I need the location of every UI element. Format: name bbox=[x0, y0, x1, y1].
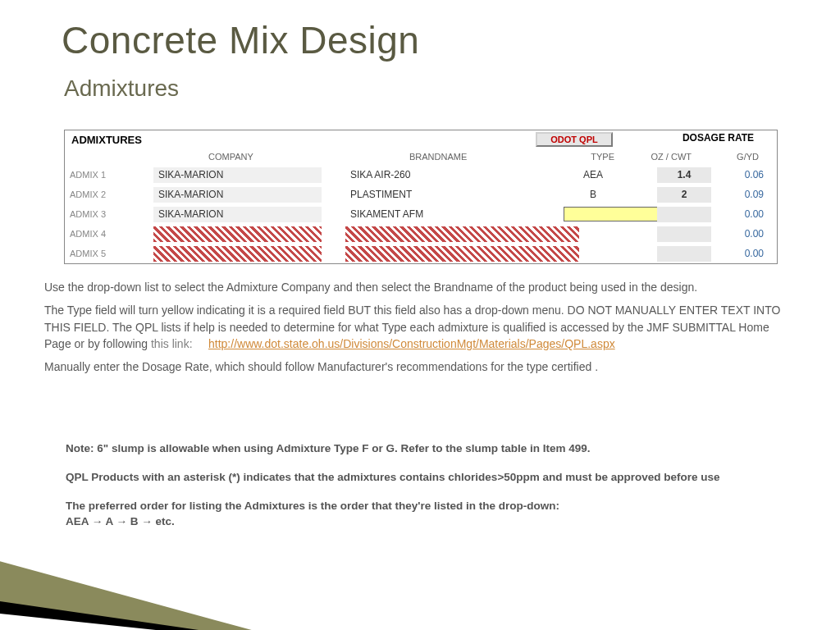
brand-cell[interactable] bbox=[345, 246, 579, 262]
paragraph: Use the drop-down list to select the Adm… bbox=[44, 279, 791, 295]
decorative-triangle bbox=[0, 540, 345, 630]
brand-cell[interactable]: SIKAMENT AFM bbox=[345, 207, 579, 222]
oz-cell[interactable]: 2 bbox=[657, 187, 711, 203]
row-label: ADMIX 4 bbox=[65, 229, 150, 239]
brand-cell[interactable] bbox=[345, 226, 579, 242]
note-text: Note: 6" slump is allowable when using A… bbox=[66, 441, 779, 457]
page-subtitle: Admixtures bbox=[64, 75, 179, 102]
type-cell[interactable]: B bbox=[544, 189, 642, 200]
oz-cell[interactable] bbox=[657, 207, 711, 222]
company-cell[interactable]: SIKA-MARION bbox=[153, 207, 322, 222]
type-dropdown-field[interactable] bbox=[564, 207, 662, 221]
body-text: Use the drop-down list to select the Adm… bbox=[44, 279, 791, 381]
gyd-cell: 0.00 bbox=[729, 228, 764, 240]
paragraph: Manually enter the Dosage Rate, which sh… bbox=[44, 358, 791, 375]
table-row: ADMIX 3 SIKA-MARION SIKAMENT AFM ▼ 0.00 bbox=[65, 204, 777, 224]
company-cell[interactable] bbox=[153, 226, 322, 242]
company-cell[interactable]: SIKA-MARION bbox=[153, 187, 322, 203]
note-line: AEA → A → B → etc. bbox=[66, 515, 175, 527]
page-title: Concrete Mix Design bbox=[62, 18, 419, 62]
gyd-cell: 0.00 bbox=[729, 248, 764, 259]
col-oz: OZ / CWT bbox=[651, 152, 692, 162]
oz-cell[interactable] bbox=[657, 246, 711, 262]
gyd-cell: 0.09 bbox=[729, 189, 764, 200]
table-row: ADMIX 5 0.00 bbox=[65, 244, 777, 263]
row-label: ADMIX 1 bbox=[65, 170, 150, 180]
notes-block: Note: 6" slump is allowable when using A… bbox=[66, 441, 779, 543]
odot-qpl-button[interactable]: ODOT QPL bbox=[536, 132, 613, 147]
note-text: QPL Products with an asterisk (*) indica… bbox=[66, 470, 779, 486]
col-brand: BRANDNAME bbox=[409, 152, 467, 162]
qpl-link[interactable]: http://www.dot.state.oh.us/Divisions/Con… bbox=[208, 337, 615, 350]
col-gyd: G/YD bbox=[737, 152, 759, 162]
dosage-rate-header: DOSAGE RATE bbox=[682, 132, 754, 144]
gyd-cell: 0.06 bbox=[729, 169, 764, 180]
admixtures-panel: ADMIXTURES ODOT QPL DOSAGE RATE COMPANY … bbox=[64, 130, 778, 264]
oz-cell[interactable] bbox=[657, 226, 711, 242]
row-label: ADMIX 5 bbox=[65, 249, 150, 258]
oz-cell[interactable]: 1.4 bbox=[657, 167, 711, 183]
gyd-cell: 0.00 bbox=[729, 208, 764, 220]
row-label: ADMIX 3 bbox=[65, 209, 150, 219]
table-row: ADMIX 2 SIKA-MARION PLASTIMENT B 2 0.09 bbox=[65, 185, 777, 204]
link-label: this link: bbox=[151, 337, 193, 350]
table-row: ADMIX 4 0.00 bbox=[65, 224, 777, 244]
company-cell[interactable] bbox=[153, 246, 322, 262]
section-label: ADMIXTURES bbox=[65, 134, 153, 146]
company-cell[interactable]: SIKA-MARION bbox=[153, 167, 322, 183]
type-cell[interactable]: AEA bbox=[544, 169, 642, 180]
note-text: The preferred order for listing the Admi… bbox=[66, 499, 779, 530]
note-line: The preferred order for listing the Admi… bbox=[66, 500, 559, 512]
col-type: TYPE bbox=[591, 152, 614, 162]
col-company: COMPANY bbox=[208, 152, 253, 162]
paragraph: The Type field will turn yellow indicati… bbox=[44, 302, 791, 352]
table-row: ADMIX 1 SIKA-MARION SIKA AIR-260 AEA 1.4… bbox=[65, 165, 777, 185]
row-label: ADMIX 2 bbox=[65, 189, 150, 199]
